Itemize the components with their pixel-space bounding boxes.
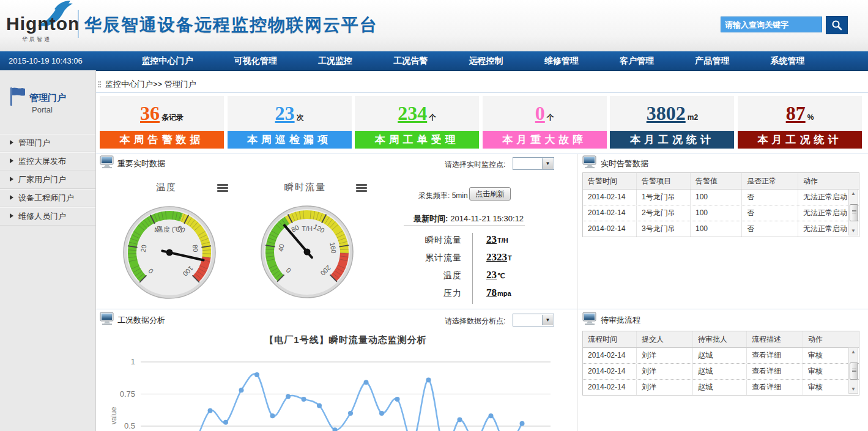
sidebar-item-0[interactable]: 管理门户 bbox=[0, 134, 95, 152]
gauge-menu-icon[interactable] bbox=[217, 184, 228, 192]
stat-card-4[interactable]: 3802m2本月工况统计 bbox=[610, 96, 734, 149]
table-cell: 否 bbox=[742, 221, 798, 237]
arrow-right-icon bbox=[10, 213, 13, 218]
nav-item-5[interactable]: 维修管理 bbox=[544, 56, 579, 67]
nav-item-2[interactable]: 工况监控 bbox=[318, 56, 352, 67]
stat-unit: 个 bbox=[547, 113, 554, 122]
alarm-table-scrollbar[interactable]: ▲ ▼ bbox=[848, 189, 858, 235]
column-header: 告警值 bbox=[691, 173, 742, 189]
scrollbar-thumb[interactable] bbox=[850, 363, 858, 380]
column-header: 流程时间 bbox=[583, 331, 637, 347]
readings-panel: 瞬时流量23T/H累计流量2323T温度23℃压力78mpa bbox=[404, 230, 551, 301]
gauge-menu-icon[interactable] bbox=[356, 184, 367, 192]
stat-card-value-area: 234个 bbox=[355, 96, 479, 131]
stat-card-label: 本月工况统计 bbox=[610, 131, 734, 149]
table-cell[interactable]: 查看详细 bbox=[747, 380, 803, 395]
nav-item-7[interactable]: 产品管理 bbox=[695, 56, 729, 67]
stat-card-0[interactable]: 36条记录本周告警数据 bbox=[100, 96, 224, 149]
monitor-point-select[interactable]: ▼ bbox=[513, 157, 554, 170]
gauge-temperature-label: 温度 bbox=[156, 182, 177, 193]
table-cell: 2014-02-14 bbox=[583, 380, 637, 395]
approval-table: 流程时间提交人待审批人流程描述动作2014-02-14刘洋赵城查看详细审核201… bbox=[582, 331, 859, 396]
table-cell: 2014-02-14 bbox=[583, 348, 637, 363]
portal-title: 管理门户 bbox=[29, 92, 66, 104]
stat-value[interactable]: 0 bbox=[535, 102, 545, 124]
table-cell: 2014-02-14 bbox=[583, 205, 637, 221]
stat-value[interactable]: 3802 bbox=[647, 102, 686, 124]
alarm-section-title: 实时告警数据 bbox=[601, 158, 648, 169]
sidebar-item-1[interactable]: 监控大屏发布 bbox=[0, 152, 95, 171]
analysis-select-label: 请选择数据分析点: bbox=[445, 316, 505, 326]
search-input[interactable] bbox=[721, 17, 822, 32]
analysis-section-title: 工况数据分析 bbox=[117, 315, 165, 326]
stat-card-value-area: 23次 bbox=[228, 96, 352, 131]
table-cell: 100 bbox=[691, 190, 742, 205]
approval-section-title: 待审批流程 bbox=[601, 315, 640, 326]
refresh-button[interactable]: 点击刷新 bbox=[469, 187, 511, 201]
monitor-icon bbox=[100, 155, 114, 169]
nav-timestamp: 2015-10-19 10:43:06 bbox=[9, 51, 83, 70]
table-cell: 否 bbox=[742, 205, 798, 221]
scroll-down-icon[interactable]: ▼ bbox=[849, 227, 858, 235]
analysis-point-select[interactable]: ▼ bbox=[513, 314, 554, 326]
stat-card-1[interactable]: 23次本周巡检漏项 bbox=[228, 96, 352, 149]
table-cell[interactable]: 查看详细 bbox=[747, 364, 803, 379]
table-cell[interactable]: 查看详细 bbox=[747, 348, 803, 363]
stat-card-2[interactable]: 234个本周工单受理 bbox=[355, 96, 479, 149]
reading-unit: mpa bbox=[497, 285, 511, 303]
table-row: 2014-02-142号龙门吊100否无法正常启动 bbox=[583, 205, 859, 221]
search-button[interactable] bbox=[826, 16, 848, 34]
monitor-icon bbox=[582, 312, 597, 325]
sidebar-item-4[interactable]: 维修人员门户 bbox=[0, 207, 95, 226]
arrow-right-icon bbox=[10, 195, 13, 200]
table-cell: 刘洋 bbox=[637, 380, 693, 395]
stat-card-value-area: 0个 bbox=[483, 96, 607, 131]
stat-card-value-area: 36条记录 bbox=[100, 96, 224, 131]
svg-text:0.5: 0.5 bbox=[124, 421, 135, 430]
table-cell: 100 bbox=[691, 221, 742, 237]
chevron-down-icon: ▼ bbox=[542, 315, 553, 325]
nav-item-4[interactable]: 远程控制 bbox=[469, 56, 503, 67]
scroll-up-icon[interactable]: ▲ bbox=[849, 190, 858, 197]
approval-table-scrollbar[interactable]: ▲ ▼ bbox=[848, 347, 858, 394]
sidebar-item-2[interactable]: 厂家用户门户 bbox=[0, 171, 95, 189]
realtime-section-title: 重要实时数据 bbox=[117, 158, 165, 169]
svg-text:温度 (℃): 温度 (℃) bbox=[157, 226, 183, 233]
reading-unit: T bbox=[508, 249, 512, 267]
nav-item-6[interactable]: 客户管理 bbox=[620, 56, 654, 67]
stat-unit: % bbox=[807, 113, 814, 122]
sidebar-item-label: 维修人员门户 bbox=[18, 212, 66, 221]
nav-item-0[interactable]: 监控中心门户 bbox=[142, 56, 193, 67]
stat-value[interactable]: 36 bbox=[140, 102, 160, 124]
divider bbox=[96, 309, 868, 309]
header: Hignton 华辰智通 华辰智通设备远程监控物联网云平台 bbox=[0, 0, 868, 51]
reading-label: 压力 bbox=[404, 284, 462, 302]
scroll-up-icon[interactable]: ▲ bbox=[849, 348, 858, 356]
reading-row: 瞬时流量23T/H bbox=[404, 230, 551, 248]
scrollbar-thumb[interactable] bbox=[850, 204, 858, 221]
latest-time-value: 2014-11-21 15:30:12 bbox=[450, 214, 524, 223]
sidebar-item-3[interactable]: 设备工程师门户 bbox=[0, 189, 95, 207]
table-cell: 100 bbox=[691, 205, 742, 221]
alarm-table: 告警时间告警项目告警值是否正常动作2014-02-141号龙门吊100否无法正常… bbox=[582, 172, 859, 237]
stat-card-5[interactable]: 87%本月工况统计 bbox=[738, 96, 862, 149]
reading-value: 2323 bbox=[486, 248, 507, 266]
stat-value[interactable]: 87 bbox=[786, 102, 806, 124]
chevron-down-icon: ▼ bbox=[542, 158, 553, 169]
column-header: 提交人 bbox=[637, 331, 693, 347]
scroll-down-icon[interactable]: ▼ bbox=[849, 385, 858, 393]
nav-item-1[interactable]: 可视化管理 bbox=[234, 56, 277, 67]
stat-value[interactable]: 23 bbox=[275, 102, 295, 124]
stat-card-3[interactable]: 0个本月重大故障 bbox=[483, 96, 607, 149]
table-cell: 赵城 bbox=[693, 380, 747, 395]
table-cell: 赵城 bbox=[693, 348, 747, 363]
nav-item-3[interactable]: 工况告警 bbox=[393, 56, 428, 67]
column-header: 告警时间 bbox=[583, 173, 637, 189]
reading-value: 23 bbox=[486, 230, 497, 248]
stat-card-label: 本周工单受理 bbox=[355, 131, 479, 149]
breadcrumb[interactable]: 监控中心门户>> 管理门户 bbox=[105, 79, 196, 90]
svg-text:20: 20 bbox=[139, 244, 148, 252]
stat-value[interactable]: 234 bbox=[398, 102, 427, 124]
table-row: 2014-02-14刘洋赵城查看详细审核 bbox=[583, 348, 859, 364]
nav-item-8[interactable]: 系统管理 bbox=[770, 56, 804, 67]
